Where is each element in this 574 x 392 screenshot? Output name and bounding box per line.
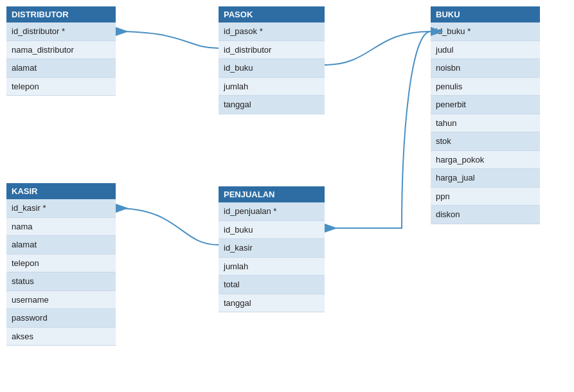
arrow-pasok-distributor	[116, 31, 219, 48]
table-distributor: DISTRIBUTOR id_distributor * nama_distri…	[6, 6, 116, 96]
table-row: id_buku *	[431, 22, 540, 41]
table-row: password	[6, 309, 116, 328]
table-row: ppn	[431, 188, 540, 206]
table-pasok-header: PASOK	[219, 6, 325, 22]
table-row: alamat	[6, 59, 116, 78]
arrow-pasok-buku	[325, 31, 431, 65]
table-row: id_distributor	[219, 41, 325, 60]
table-row: tanggal	[219, 294, 325, 313]
arrow-penjualan-kasir	[116, 208, 219, 245]
table-row: telepon	[6, 254, 116, 273]
table-row: nama	[6, 218, 116, 236]
table-kasir-header: KASIR	[6, 183, 116, 199]
table-row: alamat	[6, 236, 116, 254]
table-row: status	[6, 272, 116, 291]
table-row: harga_pokok	[431, 151, 540, 170]
table-row: noisbn	[431, 59, 540, 78]
table-penjualan: PENJUALAN id_penjualan * id_buku id_kasi…	[219, 186, 325, 312]
table-row: tahun	[431, 114, 540, 133]
table-row: jumlah	[219, 258, 325, 276]
table-row: total	[219, 276, 325, 294]
table-row: tanggal	[219, 96, 325, 114]
table-row: akses	[6, 328, 116, 346]
table-penjualan-header: PENJUALAN	[219, 186, 325, 202]
table-row: telepon	[6, 78, 116, 96]
table-row: id_kasir *	[6, 199, 116, 218]
table-buku: BUKU id_buku * judul noisbn penulis pene…	[431, 6, 540, 224]
table-row: judul	[431, 41, 540, 60]
table-row: id_distributor *	[6, 22, 116, 41]
table-row: id_buku	[219, 59, 325, 78]
table-row: penerbit	[431, 96, 540, 114]
arrow-buku-penjualan	[325, 31, 431, 228]
table-row: id_buku	[219, 221, 325, 240]
table-kasir: KASIR id_kasir * nama alamat telepon sta…	[6, 183, 116, 346]
table-row: jumlah	[219, 78, 325, 96]
table-row: nama_distributor	[6, 41, 116, 60]
table-row: id_kasir	[219, 239, 325, 258]
table-row: id_pasok *	[219, 22, 325, 41]
table-distributor-header: DISTRIBUTOR	[6, 6, 116, 22]
table-row: harga_jual	[431, 169, 540, 188]
table-row: id_penjualan *	[219, 202, 325, 221]
table-pasok: PASOK id_pasok * id_distributor id_buku …	[219, 6, 325, 114]
table-row: penulis	[431, 78, 540, 96]
table-buku-header: BUKU	[431, 6, 540, 22]
table-row: stok	[431, 132, 540, 151]
table-row: diskon	[431, 206, 540, 224]
diagram-container: DISTRIBUTOR id_distributor * nama_distri…	[0, 0, 574, 392]
table-row: username	[6, 291, 116, 310]
